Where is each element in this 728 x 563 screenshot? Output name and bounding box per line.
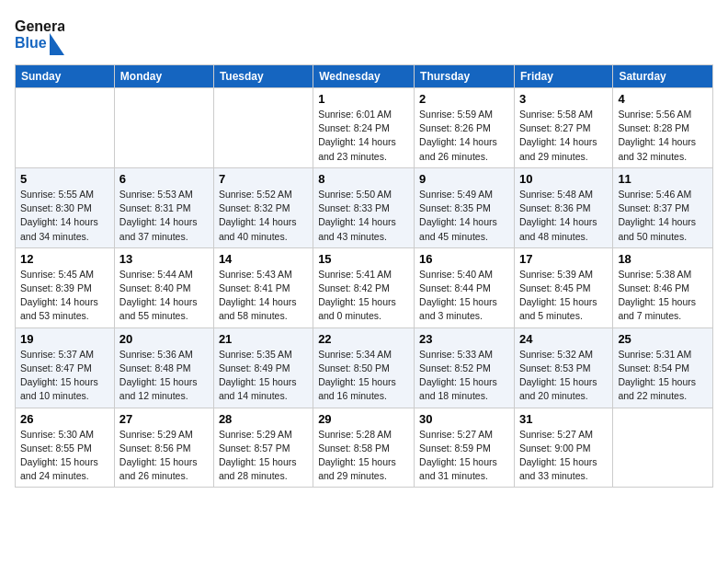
day-info: Sunrise: 5:33 AMSunset: 8:52 PMDaylight:…: [419, 348, 509, 404]
calendar-week-row: 5Sunrise: 5:55 AMSunset: 8:30 PMDaylight…: [16, 167, 713, 247]
calendar-cell: [213, 88, 313, 168]
day-number: 5: [20, 172, 109, 186]
calendar-cell: 29Sunrise: 5:28 AMSunset: 8:58 PMDayligh…: [313, 408, 415, 488]
day-info: Sunrise: 5:49 AMSunset: 8:35 PMDaylight:…: [419, 188, 509, 244]
day-info: Sunrise: 5:40 AMSunset: 8:44 PMDaylight:…: [419, 268, 509, 324]
svg-marker-2: [50, 33, 64, 55]
day-info: Sunrise: 5:35 AMSunset: 8:49 PMDaylight:…: [219, 348, 308, 404]
day-number: 8: [318, 172, 409, 186]
col-header-saturday: Saturday: [613, 65, 713, 88]
day-number: 2: [419, 92, 509, 106]
day-info: Sunrise: 5:59 AMSunset: 8:26 PMDaylight:…: [419, 108, 509, 164]
day-number: 17: [519, 252, 608, 266]
calendar-cell: 11Sunrise: 5:46 AMSunset: 8:37 PMDayligh…: [613, 167, 713, 247]
calendar-week-row: 19Sunrise: 5:37 AMSunset: 8:47 PMDayligh…: [16, 327, 713, 408]
calendar-cell: 16Sunrise: 5:40 AMSunset: 8:44 PMDayligh…: [415, 247, 515, 327]
calendar-cell: [613, 408, 713, 488]
calendar-cell: 18Sunrise: 5:38 AMSunset: 8:46 PMDayligh…: [613, 247, 713, 327]
day-number: 31: [519, 412, 608, 426]
col-header-tuesday: Tuesday: [213, 65, 313, 88]
calendar-week-row: 1Sunrise: 6:01 AMSunset: 8:24 PMDaylight…: [16, 88, 713, 168]
day-number: 11: [618, 172, 708, 186]
calendar-cell: 19Sunrise: 5:37 AMSunset: 8:47 PMDayligh…: [16, 327, 115, 408]
day-number: 16: [419, 252, 509, 266]
day-info: Sunrise: 5:43 AMSunset: 8:41 PMDaylight:…: [219, 268, 308, 324]
day-number: 13: [119, 252, 209, 266]
day-info: Sunrise: 5:36 AMSunset: 8:48 PMDaylight:…: [119, 348, 209, 404]
col-header-monday: Monday: [114, 65, 213, 88]
calendar-cell: 4Sunrise: 5:56 AMSunset: 8:28 PMDaylight…: [613, 88, 713, 168]
day-info: Sunrise: 5:31 AMSunset: 8:54 PMDaylight:…: [618, 348, 708, 404]
day-info: Sunrise: 5:41 AMSunset: 8:42 PMDaylight:…: [318, 268, 409, 324]
day-number: 6: [119, 172, 209, 186]
calendar-week-row: 26Sunrise: 5:30 AMSunset: 8:55 PMDayligh…: [16, 408, 713, 488]
svg-text:Blue: Blue: [15, 35, 47, 51]
day-info: Sunrise: 5:37 AMSunset: 8:47 PMDaylight:…: [20, 348, 109, 404]
col-header-friday: Friday: [514, 65, 612, 88]
day-number: 30: [419, 412, 509, 426]
calendar-header-row: SundayMondayTuesdayWednesdayThursdayFrid…: [16, 65, 713, 88]
calendar-cell: 26Sunrise: 5:30 AMSunset: 8:55 PMDayligh…: [16, 408, 115, 488]
calendar-cell: 13Sunrise: 5:44 AMSunset: 8:40 PMDayligh…: [114, 247, 213, 327]
day-info: Sunrise: 5:29 AMSunset: 8:56 PMDaylight:…: [119, 428, 209, 484]
calendar-cell: 20Sunrise: 5:36 AMSunset: 8:48 PMDayligh…: [114, 327, 213, 408]
calendar-cell: 23Sunrise: 5:33 AMSunset: 8:52 PMDayligh…: [415, 327, 515, 408]
day-number: 24: [519, 332, 608, 346]
calendar-cell: 22Sunrise: 5:34 AMSunset: 8:50 PMDayligh…: [313, 327, 415, 408]
day-number: 1: [318, 92, 409, 106]
calendar-cell: 25Sunrise: 5:31 AMSunset: 8:54 PMDayligh…: [613, 327, 713, 408]
day-info: Sunrise: 5:55 AMSunset: 8:30 PMDaylight:…: [20, 188, 109, 244]
col-header-wednesday: Wednesday: [313, 65, 415, 88]
calendar-cell: 7Sunrise: 5:52 AMSunset: 8:32 PMDaylight…: [213, 167, 313, 247]
logo-icon: General Blue: [15, 15, 64, 55]
day-number: 15: [318, 252, 409, 266]
calendar-cell: 1Sunrise: 6:01 AMSunset: 8:24 PMDaylight…: [313, 88, 415, 168]
calendar-cell: 27Sunrise: 5:29 AMSunset: 8:56 PMDayligh…: [114, 408, 213, 488]
day-number: 3: [519, 92, 608, 106]
day-info: Sunrise: 5:52 AMSunset: 8:32 PMDaylight:…: [219, 188, 308, 244]
col-header-sunday: Sunday: [16, 65, 115, 88]
svg-text:General: General: [15, 18, 64, 34]
day-number: 12: [20, 252, 109, 266]
day-number: 29: [318, 412, 409, 426]
day-number: 23: [419, 332, 509, 346]
day-info: Sunrise: 5:46 AMSunset: 8:37 PMDaylight:…: [618, 188, 708, 244]
day-info: Sunrise: 5:34 AMSunset: 8:50 PMDaylight:…: [318, 348, 409, 404]
day-number: 4: [618, 92, 708, 106]
calendar-cell: [114, 88, 213, 168]
day-info: Sunrise: 5:28 AMSunset: 8:58 PMDaylight:…: [318, 428, 409, 484]
calendar-table: SundayMondayTuesdayWednesdayThursdayFrid…: [15, 64, 713, 488]
day-info: Sunrise: 5:45 AMSunset: 8:39 PMDaylight:…: [20, 268, 109, 324]
day-info: Sunrise: 5:44 AMSunset: 8:40 PMDaylight:…: [119, 268, 209, 324]
day-info: Sunrise: 5:38 AMSunset: 8:46 PMDaylight:…: [618, 268, 708, 324]
day-number: 27: [119, 412, 209, 426]
day-number: 26: [20, 412, 109, 426]
calendar-cell: 17Sunrise: 5:39 AMSunset: 8:45 PMDayligh…: [514, 247, 612, 327]
calendar-cell: 9Sunrise: 5:49 AMSunset: 8:35 PMDaylight…: [415, 167, 515, 247]
day-number: 10: [519, 172, 608, 186]
day-info: Sunrise: 5:39 AMSunset: 8:45 PMDaylight:…: [519, 268, 608, 324]
calendar-cell: 5Sunrise: 5:55 AMSunset: 8:30 PMDaylight…: [16, 167, 115, 247]
day-info: Sunrise: 5:56 AMSunset: 8:28 PMDaylight:…: [618, 108, 708, 164]
calendar-cell: 30Sunrise: 5:27 AMSunset: 8:59 PMDayligh…: [415, 408, 515, 488]
col-header-thursday: Thursday: [415, 65, 515, 88]
day-number: 21: [219, 332, 308, 346]
calendar-cell: 3Sunrise: 5:58 AMSunset: 8:27 PMDaylight…: [514, 88, 612, 168]
calendar-cell: 21Sunrise: 5:35 AMSunset: 8:49 PMDayligh…: [213, 327, 313, 408]
day-info: Sunrise: 5:29 AMSunset: 8:57 PMDaylight:…: [219, 428, 308, 484]
calendar-cell: 15Sunrise: 5:41 AMSunset: 8:42 PMDayligh…: [313, 247, 415, 327]
day-number: 20: [119, 332, 209, 346]
calendar-cell: [16, 88, 115, 168]
calendar-cell: 31Sunrise: 5:27 AMSunset: 9:00 PMDayligh…: [514, 408, 612, 488]
day-info: Sunrise: 5:30 AMSunset: 8:55 PMDaylight:…: [20, 428, 109, 484]
day-number: 9: [419, 172, 509, 186]
day-number: 18: [618, 252, 708, 266]
day-number: 22: [318, 332, 409, 346]
day-info: Sunrise: 5:32 AMSunset: 8:53 PMDaylight:…: [519, 348, 608, 404]
calendar-cell: 28Sunrise: 5:29 AMSunset: 8:57 PMDayligh…: [213, 408, 313, 488]
calendar-cell: 10Sunrise: 5:48 AMSunset: 8:36 PMDayligh…: [514, 167, 612, 247]
day-info: Sunrise: 5:48 AMSunset: 8:36 PMDaylight:…: [519, 188, 608, 244]
day-info: Sunrise: 5:58 AMSunset: 8:27 PMDaylight:…: [519, 108, 608, 164]
calendar-cell: 6Sunrise: 5:53 AMSunset: 8:31 PMDaylight…: [114, 167, 213, 247]
day-info: Sunrise: 6:01 AMSunset: 8:24 PMDaylight:…: [318, 108, 409, 164]
